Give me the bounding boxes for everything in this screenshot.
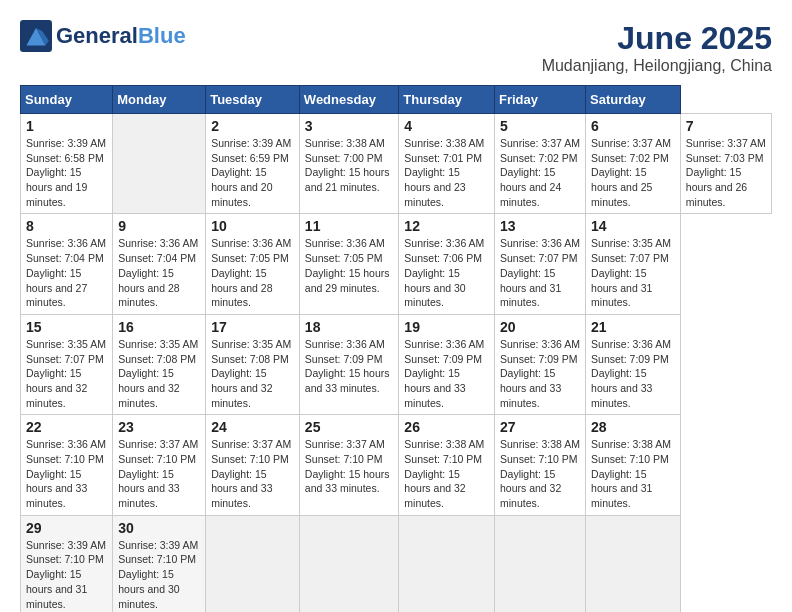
day-number: 23	[118, 419, 200, 435]
day-info: Sunrise: 3:38 AMSunset: 7:10 PMDaylight:…	[404, 437, 489, 510]
day-number: 16	[118, 319, 200, 335]
calendar-cell-empty	[494, 515, 585, 612]
day-number: 24	[211, 419, 294, 435]
day-number: 3	[305, 118, 394, 134]
day-number: 13	[500, 218, 580, 234]
calendar-cell-22: 22Sunrise: 3:36 AMSunset: 7:10 PMDayligh…	[21, 415, 113, 515]
calendar-cell-28: 28Sunrise: 3:38 AMSunset: 7:10 PMDayligh…	[586, 415, 681, 515]
calendar-cell-20: 20Sunrise: 3:36 AMSunset: 7:09 PMDayligh…	[494, 314, 585, 414]
day-number: 10	[211, 218, 294, 234]
calendar-cell-empty	[299, 515, 399, 612]
day-info: Sunrise: 3:39 AMSunset: 7:10 PMDaylight:…	[26, 538, 107, 611]
day-number: 7	[686, 118, 766, 134]
day-info: Sunrise: 3:35 AMSunset: 7:08 PMDaylight:…	[211, 337, 294, 410]
day-number: 1	[26, 118, 107, 134]
calendar-cell-12: 12Sunrise: 3:36 AMSunset: 7:06 PMDayligh…	[399, 214, 495, 314]
day-number: 29	[26, 520, 107, 536]
calendar-cell-5: 5Sunrise: 3:37 AMSunset: 7:02 PMDaylight…	[494, 114, 585, 214]
day-number: 15	[26, 319, 107, 335]
calendar-cell-empty	[586, 515, 681, 612]
day-number: 25	[305, 419, 394, 435]
day-info: Sunrise: 3:38 AMSunset: 7:10 PMDaylight:…	[591, 437, 675, 510]
day-info: Sunrise: 3:38 AMSunset: 7:10 PMDaylight:…	[500, 437, 580, 510]
calendar-cell-13: 13Sunrise: 3:36 AMSunset: 7:07 PMDayligh…	[494, 214, 585, 314]
calendar-cell-6: 6Sunrise: 3:37 AMSunset: 7:02 PMDaylight…	[586, 114, 681, 214]
calendar-table: SundayMondayTuesdayWednesdayThursdayFrid…	[20, 85, 772, 612]
day-number: 19	[404, 319, 489, 335]
calendar-cell-23: 23Sunrise: 3:37 AMSunset: 7:10 PMDayligh…	[113, 415, 206, 515]
day-info: Sunrise: 3:36 AMSunset: 7:09 PMDaylight:…	[305, 337, 394, 396]
day-info: Sunrise: 3:37 AMSunset: 7:03 PMDaylight:…	[686, 136, 766, 209]
day-info: Sunrise: 3:37 AMSunset: 7:02 PMDaylight:…	[591, 136, 675, 209]
day-number: 26	[404, 419, 489, 435]
calendar-cell-19: 19Sunrise: 3:36 AMSunset: 7:09 PMDayligh…	[399, 314, 495, 414]
calendar-cell-4: 4Sunrise: 3:38 AMSunset: 7:01 PMDaylight…	[399, 114, 495, 214]
day-info: Sunrise: 3:35 AMSunset: 7:08 PMDaylight:…	[118, 337, 200, 410]
month-title: June 2025	[542, 20, 772, 57]
day-info: Sunrise: 3:36 AMSunset: 7:10 PMDaylight:…	[26, 437, 107, 510]
calendar-cell-18: 18Sunrise: 3:36 AMSunset: 7:09 PMDayligh…	[299, 314, 399, 414]
day-info: Sunrise: 3:35 AMSunset: 7:07 PMDaylight:…	[591, 236, 675, 309]
title-block: June 2025 Mudanjiang, Heilongjiang, Chin…	[542, 20, 772, 75]
calendar-cell-9: 9Sunrise: 3:36 AMSunset: 7:04 PMDaylight…	[113, 214, 206, 314]
calendar-header-row: SundayMondayTuesdayWednesdayThursdayFrid…	[21, 86, 772, 114]
calendar-cell-15: 15Sunrise: 3:35 AMSunset: 7:07 PMDayligh…	[21, 314, 113, 414]
day-number: 20	[500, 319, 580, 335]
day-number: 11	[305, 218, 394, 234]
day-number: 4	[404, 118, 489, 134]
day-number: 9	[118, 218, 200, 234]
day-number: 22	[26, 419, 107, 435]
location: Mudanjiang, Heilongjiang, China	[542, 57, 772, 75]
day-info: Sunrise: 3:37 AMSunset: 7:10 PMDaylight:…	[118, 437, 200, 510]
calendar-cell-10: 10Sunrise: 3:36 AMSunset: 7:05 PMDayligh…	[206, 214, 300, 314]
day-info: Sunrise: 3:35 AMSunset: 7:07 PMDaylight:…	[26, 337, 107, 410]
calendar-cell-25: 25Sunrise: 3:37 AMSunset: 7:10 PMDayligh…	[299, 415, 399, 515]
day-header-monday: Monday	[113, 86, 206, 114]
day-info: Sunrise: 3:38 AMSunset: 7:00 PMDaylight:…	[305, 136, 394, 195]
logo-icon	[20, 20, 52, 52]
calendar-cell-1: 1Sunrise: 3:39 AMSunset: 6:58 PMDaylight…	[21, 114, 113, 214]
calendar-week-1: 1Sunrise: 3:39 AMSunset: 6:58 PMDaylight…	[21, 114, 772, 214]
day-number: 6	[591, 118, 675, 134]
day-info: Sunrise: 3:37 AMSunset: 7:02 PMDaylight:…	[500, 136, 580, 209]
day-info: Sunrise: 3:39 AMSunset: 6:59 PMDaylight:…	[211, 136, 294, 209]
calendar-cell-16: 16Sunrise: 3:35 AMSunset: 7:08 PMDayligh…	[113, 314, 206, 414]
day-number: 21	[591, 319, 675, 335]
day-number: 30	[118, 520, 200, 536]
page-header: GeneralBlue June 2025 Mudanjiang, Heilon…	[20, 20, 772, 75]
calendar-cell-30: 30Sunrise: 3:39 AMSunset: 7:10 PMDayligh…	[113, 515, 206, 612]
day-info: Sunrise: 3:36 AMSunset: 7:07 PMDaylight:…	[500, 236, 580, 309]
calendar-cell-2: 2Sunrise: 3:39 AMSunset: 6:59 PMDaylight…	[206, 114, 300, 214]
day-number: 27	[500, 419, 580, 435]
calendar-cell-17: 17Sunrise: 3:35 AMSunset: 7:08 PMDayligh…	[206, 314, 300, 414]
day-number: 18	[305, 319, 394, 335]
day-info: Sunrise: 3:39 AMSunset: 6:58 PMDaylight:…	[26, 136, 107, 209]
calendar-cell-8: 8Sunrise: 3:36 AMSunset: 7:04 PMDaylight…	[21, 214, 113, 314]
calendar-cell-empty	[206, 515, 300, 612]
calendar-cell-26: 26Sunrise: 3:38 AMSunset: 7:10 PMDayligh…	[399, 415, 495, 515]
day-header-sunday: Sunday	[21, 86, 113, 114]
day-info: Sunrise: 3:36 AMSunset: 7:04 PMDaylight:…	[118, 236, 200, 309]
calendar-cell-29: 29Sunrise: 3:39 AMSunset: 7:10 PMDayligh…	[21, 515, 113, 612]
day-info: Sunrise: 3:36 AMSunset: 7:04 PMDaylight:…	[26, 236, 107, 309]
calendar-cell-24: 24Sunrise: 3:37 AMSunset: 7:10 PMDayligh…	[206, 415, 300, 515]
day-info: Sunrise: 3:37 AMSunset: 7:10 PMDaylight:…	[211, 437, 294, 510]
calendar-week-3: 15Sunrise: 3:35 AMSunset: 7:07 PMDayligh…	[21, 314, 772, 414]
calendar-cell-3: 3Sunrise: 3:38 AMSunset: 7:00 PMDaylight…	[299, 114, 399, 214]
day-info: Sunrise: 3:36 AMSunset: 7:05 PMDaylight:…	[211, 236, 294, 309]
day-number: 17	[211, 319, 294, 335]
day-info: Sunrise: 3:36 AMSunset: 7:09 PMDaylight:…	[404, 337, 489, 410]
calendar-cell-21: 21Sunrise: 3:36 AMSunset: 7:09 PMDayligh…	[586, 314, 681, 414]
day-number: 28	[591, 419, 675, 435]
day-header-wednesday: Wednesday	[299, 86, 399, 114]
calendar-cell-empty	[113, 114, 206, 214]
calendar-cell-11: 11Sunrise: 3:36 AMSunset: 7:05 PMDayligh…	[299, 214, 399, 314]
calendar-cell-empty	[399, 515, 495, 612]
day-info: Sunrise: 3:36 AMSunset: 7:05 PMDaylight:…	[305, 236, 394, 295]
day-number: 5	[500, 118, 580, 134]
calendar-week-2: 8Sunrise: 3:36 AMSunset: 7:04 PMDaylight…	[21, 214, 772, 314]
day-number: 12	[404, 218, 489, 234]
logo-text: GeneralBlue	[56, 24, 186, 48]
calendar-week-5: 29Sunrise: 3:39 AMSunset: 7:10 PMDayligh…	[21, 515, 772, 612]
day-info: Sunrise: 3:36 AMSunset: 7:09 PMDaylight:…	[500, 337, 580, 410]
